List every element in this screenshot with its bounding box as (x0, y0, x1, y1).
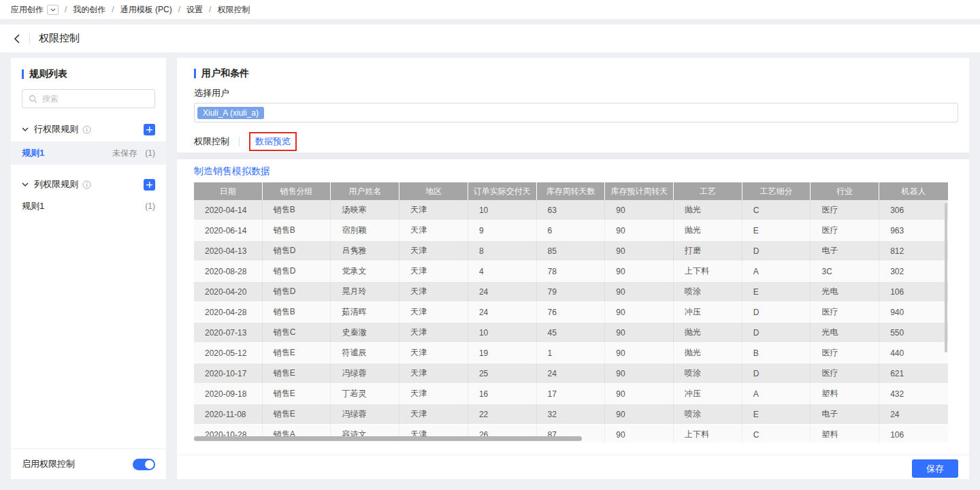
rule-list-title: 规则列表 (22, 68, 155, 80)
table-cell: 光电 (811, 323, 879, 343)
table-cell: 喷涂 (674, 282, 742, 302)
tab-permission-control[interactable]: 权限控制 (194, 135, 229, 148)
table-cell: 天津 (399, 404, 468, 425)
table-cell: 丁若灵 (331, 384, 399, 404)
table-cell: E (742, 220, 811, 241)
enable-permission-toggle[interactable] (133, 459, 155, 470)
breadcrumb-item-my-creations[interactable]: 我的创作 (73, 4, 105, 16)
table-cell: 天津 (399, 220, 468, 241)
table-cell: 4 (468, 261, 537, 282)
breadcrumb-app-menu[interactable]: 应用创作 (11, 4, 44, 16)
table-cell: B (742, 343, 811, 363)
user-select-field[interactable]: Xiuli_A (xiuli_a) (194, 103, 958, 122)
back-button[interactable] (14, 33, 20, 44)
breadcrumb-item-settings[interactable]: 设置 (186, 4, 203, 16)
horizontal-scrollbar[interactable] (194, 436, 582, 441)
table-cell: 党承文 (331, 261, 399, 282)
save-button[interactable]: 保存 (912, 459, 958, 478)
table-cell: 3C (811, 261, 879, 282)
annotation-highlight: 数据预览 (249, 132, 297, 151)
column-header: 日期 (194, 182, 263, 200)
rule-list-sidebar: 规则列表 行权限规则 规则1 未保存 (1) 列权限规则 (11, 58, 166, 479)
table-cell: D (742, 302, 811, 323)
table-row: 2020-04-20销售D晃月玲天津247990喷涂E光电106 (194, 282, 948, 302)
table-cell: 2020-04-20 (194, 282, 263, 302)
column-permission-section-header: 列权限规则 (22, 178, 155, 191)
enable-permission-label: 启用权限控制 (22, 458, 75, 470)
table-cell: 医疗 (811, 220, 879, 241)
table-cell: E (742, 282, 811, 302)
table-row: 2020-05-12销售E符谧辰天津19190抛光B医疗440 (194, 343, 948, 363)
table-cell: 24 (468, 282, 537, 302)
table-cell: 78 (537, 261, 606, 282)
table-cell: 24 (537, 363, 606, 384)
tab-data-preview[interactable]: 数据预览 (255, 136, 291, 146)
column-header: 工艺细分 (742, 182, 811, 200)
table-cell: 16 (468, 384, 537, 404)
table-cell: 25 (468, 363, 537, 384)
table-cell: 90 (605, 200, 674, 220)
table-cell: 63 (537, 200, 606, 220)
table-cell: 2020-05-12 (194, 343, 263, 363)
row-rule-item[interactable]: 规则1 未保存 (1) (11, 142, 166, 165)
add-column-rule-button[interactable] (144, 179, 155, 191)
users-and-conditions-title: 用户和条件 (194, 67, 249, 80)
table-cell: 2020-09-18 (194, 384, 263, 404)
rule-name[interactable]: 规则1 (22, 147, 44, 159)
table-cell: 医疗 (811, 302, 879, 323)
search-input[interactable] (42, 94, 148, 103)
rule-search-box[interactable] (22, 89, 155, 108)
column-rule-item[interactable]: 规则1 (1) (11, 195, 166, 218)
rule-name[interactable]: 规则1 (22, 200, 44, 212)
breadcrumb-item-template[interactable]: 通用模板 (PC) (120, 4, 172, 16)
user-tag[interactable]: Xiuli_A (xiuli_a) (197, 107, 264, 119)
table-cell: 90 (605, 404, 674, 425)
table-cell: 天津 (399, 241, 468, 261)
table-row: 2020-08-28销售D党承文天津47890上下料A3C302 (194, 261, 948, 282)
table-cell: 2020-04-14 (194, 200, 263, 220)
table-row: 2020-10-17销售E冯绿蓉天津252490喷涂D医疗621 (194, 363, 948, 384)
table-cell: 106 (879, 425, 948, 442)
table-row: 2020-04-13销售D吕隽雅天津88590打磨D电子812 (194, 241, 948, 261)
table-cell: 销售E (263, 384, 331, 404)
page-title: 权限控制 (39, 32, 80, 45)
table-cell: 天津 (399, 363, 468, 384)
title-accent-bar (194, 69, 196, 78)
table-cell: 10 (468, 200, 537, 220)
table-row: 2020-07-13销售C史秦澈天津104590抛光D光电550 (194, 323, 948, 343)
add-row-rule-button[interactable] (144, 124, 155, 135)
info-icon[interactable] (82, 180, 91, 189)
chevron-down-icon (50, 8, 56, 12)
table-cell: 天津 (399, 323, 468, 343)
vertical-scrollbar[interactable] (945, 203, 947, 353)
chevron-down-icon[interactable] (22, 182, 29, 186)
table-cell: 天津 (399, 261, 468, 282)
table-cell: 宿刖颖 (331, 220, 399, 241)
dataset-title-link[interactable]: 制造销售模拟数据 (194, 165, 270, 178)
column-header: 库存周转天数 (537, 182, 606, 200)
column-header: 机器人 (879, 182, 948, 200)
rule-status-badge: 未保存 (112, 148, 137, 159)
info-icon[interactable] (82, 125, 91, 134)
table-cell: 医疗 (811, 343, 879, 363)
table-cell: 符谧辰 (331, 343, 399, 363)
rule-count: (1) (145, 201, 155, 211)
table-cell: 销售B (263, 220, 331, 241)
table-cell: 302 (879, 261, 948, 282)
table-cell: 2020-10-17 (194, 363, 263, 384)
table-cell: C (742, 200, 811, 220)
table-cell: 440 (879, 343, 948, 363)
table-cell: 医疗 (811, 363, 879, 384)
table-cell: 90 (605, 343, 674, 363)
chevron-down-icon[interactable] (22, 127, 29, 131)
table-cell: 抛光 (674, 323, 742, 343)
table-cell: 90 (605, 384, 674, 404)
breadcrumb-item-current: 权限控制 (217, 4, 250, 16)
table-cell: 天津 (399, 302, 468, 323)
table-cell: 天津 (399, 282, 468, 302)
table-cell: 90 (605, 302, 674, 323)
app-menu-dropdown[interactable] (47, 5, 59, 15)
table-cell: 6 (537, 220, 606, 241)
table-cell: A (742, 384, 811, 404)
table-cell: 喷涂 (674, 363, 742, 384)
